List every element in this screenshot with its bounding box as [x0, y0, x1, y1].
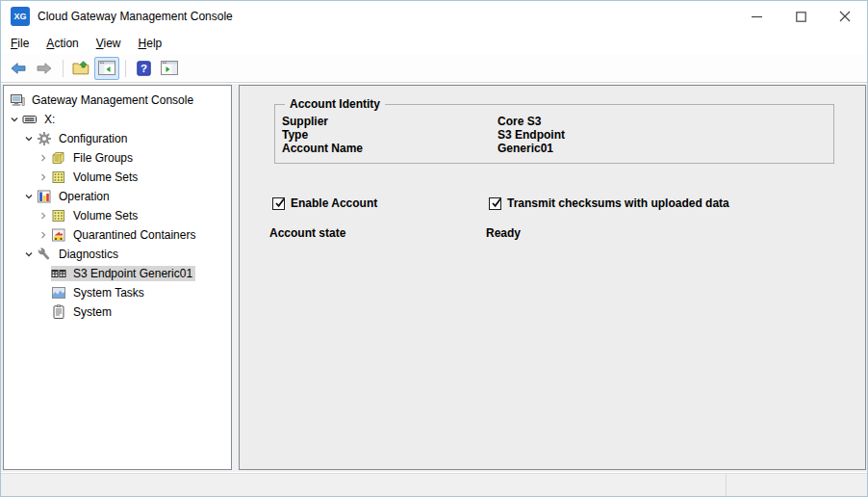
- field-value: S3 Endpoint: [498, 128, 565, 142]
- toolbar-separator: [63, 60, 64, 77]
- status-bar-message-area: [1, 474, 726, 496]
- tree-item-label: S3 Endpoint Generic01: [70, 266, 195, 281]
- back-button[interactable]: [6, 57, 31, 80]
- tree-item-operation[interactable]: Operation: [4, 187, 231, 206]
- chevron-right-icon[interactable]: [36, 170, 51, 185]
- file-groups-icon: [51, 150, 66, 166]
- status-bar: [1, 473, 867, 496]
- tree-item-volume-sets-operation[interactable]: Volume Sets: [4, 206, 231, 225]
- field-row: Account Name Generic01: [282, 142, 833, 155]
- toolbar-separator: [125, 60, 126, 77]
- chevron-down-icon[interactable]: [21, 131, 37, 146]
- window-title: Cloud Gateway Management Console: [38, 10, 233, 23]
- show-console-tree-icon: [98, 61, 115, 75]
- wrench-icon: [37, 247, 52, 262]
- menu-view[interactable]: View: [88, 34, 130, 53]
- field-label: Supplier: [282, 115, 498, 128]
- chevron-none: [36, 304, 51, 320]
- console-tree-panel: Gateway Management Console X:: [3, 85, 232, 470]
- field-row: Supplier Core S3: [282, 115, 833, 128]
- tree-item-label: Diagnostics: [56, 247, 121, 262]
- volume-sets-icon: [51, 170, 66, 185]
- field-value: Generic01: [498, 142, 553, 155]
- svg-text:?: ?: [140, 63, 146, 74]
- tree-item-s3-endpoint-generic01[interactable]: S3 Endpoint Generic01: [4, 264, 231, 283]
- export-folder-button[interactable]: [68, 57, 93, 80]
- gear-icon: [37, 131, 52, 146]
- tree-item-system[interactable]: System: [4, 302, 231, 322]
- tree-item-gateway-management-console[interactable]: Gateway Management Console: [4, 91, 231, 110]
- maximize-icon: [796, 12, 806, 22]
- field-value: Core S3: [498, 115, 541, 128]
- transmit-checksums-checkbox[interactable]: [489, 197, 501, 210]
- chevron-down-icon[interactable]: [7, 112, 22, 127]
- panel-splitter[interactable]: [232, 85, 239, 470]
- chevron-none: [36, 266, 51, 281]
- help-button[interactable]: ?: [131, 57, 156, 80]
- field-label: Type: [282, 128, 498, 142]
- minimize-button[interactable]: [734, 1, 779, 32]
- console-computer-icon: [10, 92, 25, 108]
- tree-item-label: Operation: [56, 189, 113, 204]
- tree-item-diagnostics[interactable]: Diagnostics: [4, 245, 231, 264]
- help-icon: ?: [137, 61, 151, 76]
- checkbox-label: Transmit checksums with uploaded data: [507, 196, 729, 210]
- forward-arrow-icon: [36, 62, 53, 75]
- status-bar-right-section: [726, 474, 867, 496]
- tree-item-label: Gateway Management Console: [29, 92, 196, 108]
- chevron-down-icon[interactable]: [21, 247, 37, 262]
- close-button[interactable]: [823, 1, 867, 32]
- field-row: Type S3 Endpoint: [282, 128, 833, 142]
- chevron-right-icon[interactable]: [36, 227, 51, 243]
- menu-action[interactable]: Action: [38, 34, 87, 53]
- checkmark-icon: [490, 196, 503, 210]
- checkmark-icon: [273, 196, 287, 210]
- menu-bar: File Action View Help: [1, 32, 867, 54]
- drive-icon: [22, 112, 38, 127]
- tree-item-system-tasks[interactable]: System Tasks: [4, 283, 231, 302]
- title-bar: XG Cloud Gateway Management Console: [1, 1, 867, 32]
- quarantine-icon: [51, 227, 66, 243]
- field-label: Account Name: [282, 142, 498, 155]
- system-document-icon: [51, 304, 66, 320]
- tree-item-label: System Tasks: [70, 285, 147, 301]
- minimize-icon: [752, 12, 762, 22]
- app-window: XG Cloud Gateway Management Console File…: [0, 0, 868, 497]
- endpoint-tables-icon: [51, 266, 66, 281]
- export-folder-icon: [72, 61, 89, 76]
- show-console-tree-button[interactable]: [94, 57, 119, 80]
- tree-item-label: Configuration: [56, 131, 130, 146]
- chevron-right-icon[interactable]: [36, 208, 51, 223]
- tree-item-x-drive[interactable]: X:: [4, 110, 231, 129]
- app-icon: XG: [11, 7, 30, 26]
- tree-item-label: Volume Sets: [70, 208, 140, 223]
- back-arrow-icon: [10, 62, 27, 75]
- account-identity-groupbox: Account Identity Supplier Core S3 Type S…: [274, 104, 834, 164]
- menu-help[interactable]: Help: [130, 34, 171, 53]
- show-action-pane-button[interactable]: [157, 57, 182, 80]
- enable-account-checkbox[interactable]: [272, 197, 285, 210]
- menu-file[interactable]: File: [2, 34, 38, 53]
- bar-chart-icon: [37, 189, 52, 204]
- content-area: Gateway Management Console X:: [1, 84, 867, 472]
- tree-item-quarantined-containers[interactable]: Quarantined Containers: [4, 225, 231, 245]
- forward-button[interactable]: [32, 57, 57, 80]
- enable-account-checkbox-group: Enable Account: [272, 196, 377, 210]
- tree-item-label: X:: [41, 112, 58, 127]
- chevron-down-icon[interactable]: [21, 189, 37, 204]
- tree-item-label: Volume Sets: [70, 170, 140, 185]
- checkbox-label: Enable Account: [291, 196, 377, 210]
- chevron-none: [36, 285, 51, 301]
- volume-sets-icon: [51, 208, 66, 223]
- close-icon: [839, 11, 851, 22]
- maximize-button[interactable]: [779, 1, 823, 32]
- system-tasks-chart-icon: [51, 285, 66, 301]
- tree-item-volume-sets-configuration[interactable]: Volume Sets: [4, 168, 231, 187]
- tree-item-label: Quarantined Containers: [70, 227, 198, 243]
- groupbox-title: Account Identity: [285, 97, 385, 111]
- tree-item-label: System: [70, 304, 115, 320]
- detail-panel: Account Identity Supplier Core S3 Type S…: [239, 85, 866, 470]
- tree-item-file-groups[interactable]: File Groups: [4, 148, 231, 168]
- chevron-right-icon[interactable]: [36, 150, 51, 166]
- tree-item-configuration[interactable]: Configuration: [4, 129, 231, 148]
